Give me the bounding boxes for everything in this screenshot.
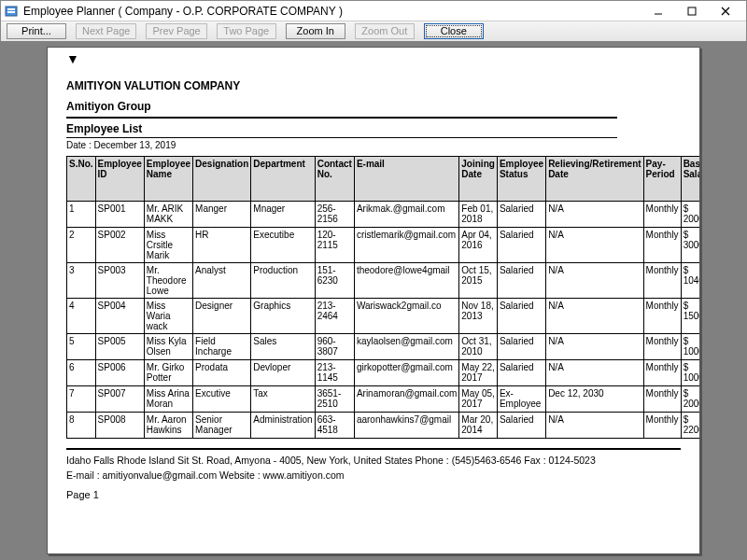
cell-status: Salaried xyxy=(497,360,545,386)
cell-id: SP003 xyxy=(95,263,144,299)
col-header: Pay-Period xyxy=(643,157,681,202)
cell-email: Arinamoran@gmail.com xyxy=(354,386,458,413)
cell-id: SP006 xyxy=(95,360,144,386)
cell-sno: 6 xyxy=(67,360,96,386)
app-icon xyxy=(5,5,18,18)
cell-salary: $ 10000.00 xyxy=(681,360,700,386)
cell-status: Salaried xyxy=(497,202,545,228)
zoom-out-button: Zoom Out xyxy=(355,23,415,39)
cell-sno: 8 xyxy=(67,413,96,439)
table-row: 7SP007Miss Arina MoranExcutiveTax3651-25… xyxy=(67,386,701,413)
cell-sno: 3 xyxy=(67,263,96,299)
cell-period: Monthly xyxy=(643,299,681,334)
cell-salary: $ 22000.00 xyxy=(681,413,700,439)
cell-name: Mr. Aaron Hawkins xyxy=(144,413,192,439)
cell-join: Oct 15, 2015 xyxy=(459,263,498,299)
cell-relieve: N/A xyxy=(546,360,643,386)
cell-desig: Designer xyxy=(193,299,251,334)
cell-id: SP005 xyxy=(95,334,144,360)
cell-name: Miss Waria wack xyxy=(144,299,192,334)
cell-name: Miss Crsitle Marik xyxy=(144,228,192,263)
report-footer: Idaho Falls Rhode Island Sit St. Road, A… xyxy=(66,448,681,483)
cell-status: Salaried xyxy=(497,334,545,360)
cell-contact: 663-4518 xyxy=(315,413,354,439)
cell-status: Salaried xyxy=(497,299,545,334)
minimize-button[interactable] xyxy=(641,3,675,20)
table-row: 5SP005Miss Kyla OlsenField InchargeSales… xyxy=(67,334,701,360)
maximize-button[interactable] xyxy=(675,3,709,20)
list-title: Employee List xyxy=(66,122,617,138)
cell-dept: Devloper xyxy=(251,360,315,386)
cell-join: Oct 31, 2010 xyxy=(459,334,498,360)
cell-relieve: Dec 12, 2030 xyxy=(546,386,643,413)
cell-salary: $ 10400.00 xyxy=(681,263,700,299)
cell-contact: 151-6230 xyxy=(315,263,354,299)
cell-join: Feb 01, 2018 xyxy=(459,202,498,228)
col-header: Department xyxy=(251,157,315,202)
cell-salary: $ 10000.00 xyxy=(681,334,700,360)
cell-email: Arikmak.@gmail.com xyxy=(354,202,458,228)
cell-join: May 22, 2017 xyxy=(459,360,498,386)
cell-join: May 05, 2017 xyxy=(459,386,498,413)
cell-period: Monthly xyxy=(643,360,681,386)
cell-name: Miss Kyla Olsen xyxy=(144,334,192,360)
cell-join: Nov 18, 2013 xyxy=(459,299,498,334)
svg-rect-4 xyxy=(688,7,696,15)
cell-relieve: N/A xyxy=(546,202,643,228)
cell-dept: Sales xyxy=(251,334,315,360)
cell-id: SP007 xyxy=(95,386,144,413)
col-header: Relieving/Retirement Date xyxy=(546,157,643,202)
table-row: 6SP006Mr. Girko PotterProdataDevloper213… xyxy=(67,360,701,386)
cell-period: Monthly xyxy=(643,386,681,413)
cell-relieve: N/A xyxy=(546,334,643,360)
cell-id: SP001 xyxy=(95,202,144,228)
cell-period: Monthly xyxy=(643,263,681,299)
toolbar: Print... Next Page Prev Page Two Page Zo… xyxy=(1,21,746,42)
cell-period: Monthly xyxy=(643,413,681,439)
table-row: 4SP004Miss Waria wackDesignerGraphics213… xyxy=(67,299,701,334)
cell-email: theodore@lowe4gmail xyxy=(354,263,458,299)
zoom-in-button[interactable]: Zoom In xyxy=(286,23,345,39)
cell-sno: 7 xyxy=(67,386,96,413)
cell-status: Salaried xyxy=(497,228,545,263)
cell-contact: 960-3807 xyxy=(315,334,354,360)
cell-email: aaronhawkins7@gmail xyxy=(354,413,458,439)
employee-table: S.No.Employee IDEmployee NameDesignation… xyxy=(66,156,700,439)
cell-dept: Graphics xyxy=(251,299,315,334)
close-preview-button[interactable]: Close xyxy=(424,23,484,39)
window-title: Employee Planner ( Company - O.P. CORPOR… xyxy=(23,5,641,18)
table-row: 8SP008Mr. Aaron HawkinsSenior ManagerAdm… xyxy=(67,413,701,439)
cell-email: kaylaolsen@gmail.com xyxy=(354,334,458,360)
close-button[interactable] xyxy=(709,3,742,20)
company-name: AMITIYON VALUTION COMPANY xyxy=(66,79,681,92)
cell-relieve: N/A xyxy=(546,263,643,299)
next-page-button: Next Page xyxy=(76,23,136,39)
group-name: Amitiyon Group xyxy=(66,100,617,119)
col-header: Employee Name xyxy=(144,157,192,202)
cell-desig: Field Incharge xyxy=(193,334,251,360)
cell-email: girkopotter@gmail.com xyxy=(354,360,458,386)
col-header: Contact No. xyxy=(315,157,354,202)
cell-id: SP004 xyxy=(95,299,144,334)
cell-dept: Tax xyxy=(251,386,315,413)
cell-relieve: N/A xyxy=(546,299,643,334)
cell-desig: Senior Manager xyxy=(193,413,251,439)
col-header: Employee ID xyxy=(95,157,144,202)
cell-join: Mar 20, 2014 xyxy=(459,413,498,439)
print-button[interactable]: Print... xyxy=(7,23,66,39)
cell-contact: 213-1145 xyxy=(315,360,354,386)
cell-period: Monthly xyxy=(643,202,681,228)
cell-salary: $ 30000.00 xyxy=(681,228,700,263)
cell-period: Monthly xyxy=(643,228,681,263)
cell-id: SP002 xyxy=(95,228,144,263)
cell-desig: Excutive xyxy=(193,386,251,413)
cell-desig: Analyst xyxy=(193,263,251,299)
table-row: 2SP002Miss Crsitle MarikHRExecutibe120-2… xyxy=(67,228,701,263)
cell-desig: Prodata xyxy=(193,360,251,386)
cell-name: Miss Arina Moran xyxy=(144,386,192,413)
cell-period: Monthly xyxy=(643,334,681,360)
cell-contact: 120-2115 xyxy=(315,228,354,263)
cell-sno: 5 xyxy=(67,334,96,360)
table-row: 3SP003Mr. Theodore LoweAnalystProduction… xyxy=(67,263,701,299)
cell-join: Apr 04, 2016 xyxy=(459,228,498,263)
